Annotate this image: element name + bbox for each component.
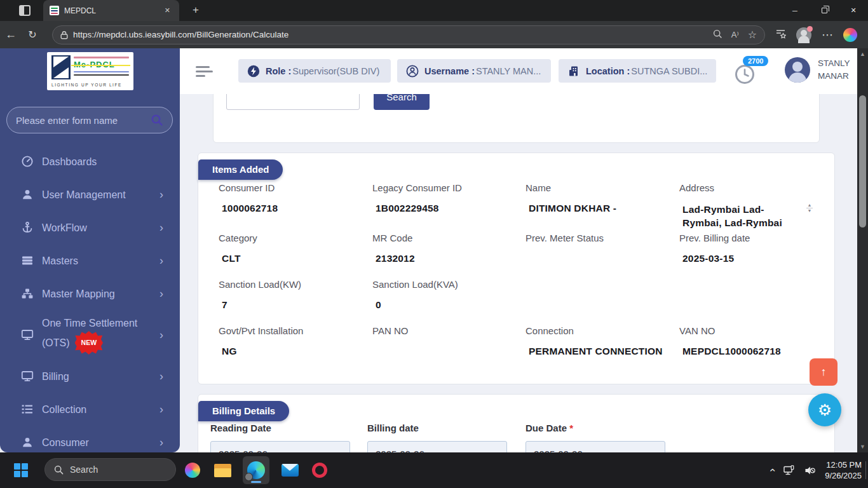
- read-aloud-icon[interactable]: A⁾: [731, 30, 739, 39]
- sidebar-item-collection[interactable]: Collection ›: [0, 393, 180, 426]
- taskbar-search[interactable]: Search: [44, 458, 176, 481]
- form-search-input[interactable]: [16, 115, 151, 126]
- sidebar-item-masters[interactable]: Masters ›: [0, 244, 180, 277]
- field-sanction-load-kva: Sanction Load(KVA)0: [372, 279, 526, 325]
- sidebar-item-workflow[interactable]: WorkFlow ›: [0, 211, 180, 244]
- mail-icon[interactable]: [280, 461, 299, 480]
- logo-tagline: LIGHTING UP YOUR LIFE: [51, 83, 129, 88]
- sidebar-item-label: Master Mapping: [42, 286, 156, 302]
- user-name-last: MANAR: [818, 70, 850, 83]
- field-legacy-consumer-id: Legacy Consumer ID1B002229458: [372, 182, 526, 233]
- sidebar-item-label: WorkFlow: [42, 220, 156, 236]
- scroll-top-button[interactable]: ↑: [810, 358, 837, 386]
- window-close-button[interactable]: ✕: [839, 0, 868, 21]
- network-icon[interactable]: [783, 464, 795, 477]
- window-minimize-button[interactable]: ─: [780, 0, 810, 21]
- app-header: Role : Supervisor(SUB DIV) Username : ST…: [180, 48, 857, 94]
- menu-toggle-icon[interactable]: [196, 66, 214, 80]
- app-logo[interactable]: Me-PDCL LIGHTING UP YOUR LIFE: [47, 52, 133, 90]
- app-viewport: Me-PDCL LIGHTING UP YOUR LIFE Dashboards…: [0, 48, 868, 452]
- sidebar-item-label: One Time Settlement (OTS)NEW: [42, 315, 156, 355]
- sidebar-item-consumer[interactable]: Consumer ›: [0, 426, 180, 452]
- search-icon[interactable]: [151, 114, 163, 126]
- username-label: Username :: [424, 66, 475, 76]
- collections-icon[interactable]: [775, 29, 786, 41]
- logo-wordmark: Me-PDCL: [74, 55, 129, 81]
- zoom-icon[interactable]: [713, 29, 722, 41]
- chevron-right-icon: ›: [159, 403, 163, 416]
- user-name: STANLY MANAR: [818, 57, 850, 83]
- sitemap-icon: [20, 287, 34, 301]
- search-button[interactable]: Search: [374, 94, 430, 110]
- location-label: Location :: [586, 66, 630, 76]
- username-person-icon: [406, 65, 419, 78]
- user-icon: [20, 187, 34, 201]
- monitor-icon: [20, 328, 34, 342]
- field-mr-code: MR Code2132012: [372, 233, 526, 279]
- show-desktop-button[interactable]: [865, 461, 868, 479]
- billing-details-grid: Reading Date Billing date Due Date *: [198, 423, 834, 452]
- sidebar-item-billing[interactable]: Billing ›: [0, 360, 180, 393]
- user-icon: [20, 435, 34, 449]
- dashboard-icon: [20, 154, 34, 168]
- system-tray: › 12:05 PM 9/26/2025: [770, 452, 862, 488]
- field-empty: [679, 279, 834, 325]
- session-timer[interactable]: 2700: [734, 56, 772, 88]
- browser-profile-avatar[interactable]: [796, 27, 811, 43]
- tab-title: MEPDCL: [64, 6, 162, 15]
- volume-muted-icon[interactable]: [804, 464, 816, 477]
- role-pill: Role : Supervisor(SUB DIV): [238, 59, 391, 83]
- role-label: Role :: [266, 66, 291, 76]
- tab-close-icon[interactable]: ✕: [162, 5, 173, 16]
- reading-date-input[interactable]: [210, 441, 350, 452]
- sidebar-item-user-management[interactable]: User Management ›: [0, 178, 180, 211]
- sidebar-item-dashboards[interactable]: Dashboards: [0, 145, 180, 178]
- scrollbar-thumb[interactable]: [859, 95, 866, 227]
- file-explorer-icon[interactable]: [213, 461, 232, 480]
- start-button-icon[interactable]: [14, 463, 28, 477]
- location-pill: Location : SUTNGA SUBDI...: [559, 59, 716, 83]
- profile-status-dot: [807, 26, 813, 32]
- browser-menu-icon[interactable]: ⋯: [822, 28, 833, 42]
- scrollbar-up-icon[interactable]: ▲: [857, 51, 868, 57]
- page-scrollbar[interactable]: ▲ ▼: [857, 48, 868, 452]
- address-scroll-spinner[interactable]: ▲▼: [806, 203, 813, 214]
- edge-taskbar-icon[interactable]: [243, 456, 269, 484]
- taskbar: Search › 12:05 PM 9/26/2025: [0, 452, 868, 488]
- screen: MEPDCL ✕ + ─ ✕ ← ↻ https://mepdcl.ubs.ie…: [0, 0, 868, 488]
- sidebar-item-label: User Management: [42, 187, 156, 203]
- field-billing-date: Billing date: [367, 423, 526, 452]
- address-bar[interactable]: https://mepdcl.ubs.ieasybill.com/BillGen…: [52, 25, 765, 44]
- favorite-star-icon[interactable]: ☆: [748, 29, 757, 41]
- back-button[interactable]: ←: [0, 28, 22, 41]
- masters-stack-icon: [20, 254, 34, 268]
- due-date-input[interactable]: [526, 441, 665, 452]
- sidebar-item-label: Masters: [42, 253, 156, 269]
- logo-text: Me-PDCL: [74, 60, 129, 69]
- copilot-icon[interactable]: [843, 28, 857, 42]
- window-restore-button[interactable]: [810, 0, 839, 21]
- copilot-taskbar-icon[interactable]: [183, 461, 202, 480]
- username-pill: Username : STANLY MAN...: [397, 59, 551, 83]
- taskbar-search-label: Search: [70, 464, 98, 475]
- sidebar-item-one-time-settlement[interactable]: One Time Settlement (OTS)NEW ›: [0, 310, 180, 360]
- billing-date-input[interactable]: [367, 441, 507, 452]
- consumer-search-input[interactable]: [226, 94, 360, 110]
- opera-icon[interactable]: [310, 461, 329, 480]
- anchor-icon: [20, 220, 34, 234]
- chevron-right-icon: ›: [159, 370, 163, 383]
- scrollbar-down-icon[interactable]: ▼: [857, 444, 868, 450]
- search-card: Search: [213, 94, 820, 143]
- field-address: Address Lad-Rymbai Lad-Rymbai, Lad-Rymba…: [679, 182, 834, 233]
- sidebar-item-master-mapping[interactable]: Master Mapping ›: [0, 277, 180, 310]
- new-tab-button[interactable]: +: [188, 3, 203, 18]
- user-profile[interactable]: STANLY MANAR: [785, 57, 850, 83]
- chevron-right-icon: ›: [159, 254, 163, 268]
- taskbar-clock[interactable]: 12:05 PM 9/26/2025: [825, 459, 862, 481]
- clock-icon: [734, 64, 756, 85]
- refresh-button[interactable]: ↻: [22, 29, 43, 41]
- tab-workspaces-icon[interactable]: [19, 5, 31, 16]
- tray-expand-icon[interactable]: ›: [766, 468, 778, 472]
- browser-tab[interactable]: MEPDCL ✕: [43, 0, 179, 21]
- settings-fab[interactable]: ⚙: [808, 393, 841, 426]
